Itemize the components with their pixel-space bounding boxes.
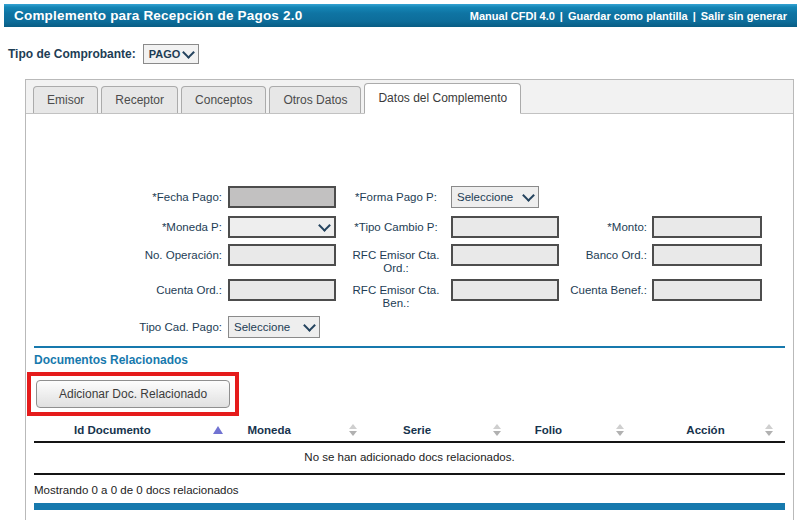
tipo-cambio-label: *Tipo Cambio P:: [346, 216, 446, 234]
rfc-emisor-cta-ben-input[interactable]: [451, 279, 559, 301]
banco-ord-label: Banco Ord.:: [567, 244, 647, 262]
section-divider: [34, 346, 785, 348]
sort-ascending-icon: [213, 426, 223, 434]
sort-both-icon: [765, 424, 773, 436]
form-row: Tipo Cad. Pago: Seleccione: [34, 316, 785, 338]
column-header-folio[interactable]: Folio: [511, 424, 635, 436]
payment-form: *Fecha Pago: *Forma Pago P: Seleccione *…: [34, 186, 785, 338]
header-bar: Complemento para Recepción de Pagos 2.0 …: [4, 4, 797, 27]
fecha-pago-label: *Fecha Pago:: [34, 186, 222, 204]
red-highlight-annotation: Adicionar Doc. Relacionado: [27, 372, 239, 416]
column-label: Folio: [535, 424, 562, 436]
sort-both-icon: [349, 424, 357, 436]
tipo-cad-pago-value: Seleccione: [234, 321, 290, 333]
tipo-cambio-input[interactable]: [451, 216, 559, 238]
tipo-cad-pago-select[interactable]: Seleccione: [228, 316, 320, 338]
form-row: *Moneda P: *Tipo Cambio P: *Monto:: [34, 216, 785, 238]
no-operacion-input[interactable]: [228, 244, 336, 266]
sort-both-icon: [493, 424, 501, 436]
payment-complement-window: Complemento para Recepción de Pagos 2.0 …: [0, 0, 801, 520]
table-footer-bar: [34, 503, 785, 510]
link-separator: |: [693, 10, 696, 22]
forma-pago-select[interactable]: Seleccione: [451, 186, 539, 208]
tipo-comprobante-row: Tipo de Comprobante: PAGO: [8, 44, 199, 64]
column-header-accion[interactable]: Acción: [634, 424, 785, 436]
chevron-down-icon: [303, 319, 316, 332]
column-label: Serie: [403, 424, 431, 436]
adicionar-doc-relacionado-button[interactable]: Adicionar Doc. Relacionado: [36, 380, 230, 408]
cuenta-ord-input[interactable]: [228, 279, 336, 301]
rfc-emisor-cta-ben-label: RFC Emisor Cta. Ben.:: [346, 279, 446, 310]
table-footer-status: Mostrando 0 a 0 de 0 docs relacionados: [34, 484, 785, 496]
page-title: Complemento para Recepción de Pagos 2.0: [14, 8, 302, 23]
banco-ord-input[interactable]: [652, 244, 762, 266]
tab-otros-datos[interactable]: Otros Datos: [269, 86, 361, 113]
cuenta-benef-label: Cuenta Benef.:: [567, 279, 647, 297]
column-header-id-documento[interactable]: Id Documento: [34, 424, 233, 436]
cuenta-ord-label: Cuenta Ord.:: [34, 279, 222, 297]
chevron-down-icon: [182, 46, 195, 59]
monto-label: *Monto:: [567, 216, 647, 234]
forma-pago-value: Seleccione: [457, 191, 513, 203]
manual-cfdi-link[interactable]: Manual CFDI 4.0: [470, 10, 555, 22]
table-divider: [34, 473, 785, 475]
tab-emisor[interactable]: Emisor: [33, 86, 98, 113]
empty-table-message: No se han adicionado docs relacionados.: [34, 443, 785, 473]
moneda-select[interactable]: [228, 216, 336, 238]
rfc-emisor-cta-ord-label: RFC Emisor Cta. Ord.:: [346, 244, 446, 275]
form-row: Cuenta Ord.: RFC Emisor Cta. Ben.: Cuent…: [34, 279, 785, 310]
column-header-moneda[interactable]: Moneda: [233, 424, 367, 436]
moneda-label: *Moneda P:: [34, 216, 222, 234]
tab-conceptos[interactable]: Conceptos: [181, 86, 266, 113]
docs-table-header: Id Documento Moneda Serie Folio Acción: [34, 419, 785, 441]
form-row: *Fecha Pago: *Forma Pago P: Seleccione: [34, 186, 785, 208]
cuenta-benef-input[interactable]: [652, 279, 762, 301]
tipo-comprobante-value: PAGO: [149, 48, 181, 60]
column-header-serie[interactable]: Serie: [367, 424, 511, 436]
column-label: Moneda: [247, 424, 290, 436]
salir-sin-generar-link[interactable]: Salir sin generar: [701, 10, 787, 22]
monto-input[interactable]: [652, 216, 762, 238]
column-label: Id Documento: [74, 424, 151, 436]
chevron-down-icon: [522, 189, 535, 202]
column-label: Acción: [686, 424, 724, 436]
tipo-cad-pago-label: Tipo Cad. Pago:: [34, 316, 222, 334]
link-separator: |: [560, 10, 563, 22]
guardar-plantilla-link[interactable]: Guardar como plantilla: [568, 10, 688, 22]
documentos-section-title: Documentos Relacionados: [34, 353, 785, 367]
forma-pago-label: *Forma Pago P:: [346, 186, 446, 204]
tipo-comprobante-label: Tipo de Comprobante:: [8, 47, 136, 61]
tab-receptor[interactable]: Receptor: [101, 86, 178, 113]
fecha-pago-input[interactable]: [228, 186, 336, 208]
chevron-down-icon: [318, 219, 331, 232]
tab-bar: Emisor Receptor Conceptos Otros Datos Da…: [26, 80, 793, 114]
form-row: No. Operación: RFC Emisor Cta. Ord.: Ban…: [34, 244, 785, 275]
sort-both-icon: [616, 424, 624, 436]
header-links: Manual CFDI 4.0 | Guardar como plantilla…: [470, 10, 787, 22]
tab-datos-del-complemento[interactable]: Datos del Complemento: [364, 83, 521, 114]
tab-content: *Fecha Pago: *Forma Pago P: Seleccione *…: [26, 186, 793, 510]
tipo-comprobante-select[interactable]: PAGO: [143, 44, 199, 64]
no-operacion-label: No. Operación:: [34, 244, 222, 262]
complement-panel: Emisor Receptor Conceptos Otros Datos Da…: [25, 79, 794, 520]
rfc-emisor-cta-ord-input[interactable]: [451, 244, 559, 266]
